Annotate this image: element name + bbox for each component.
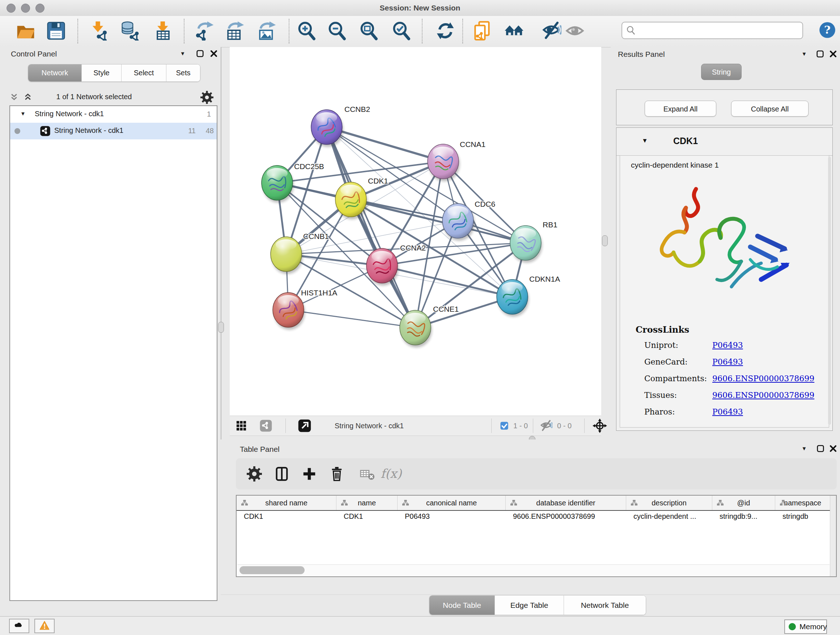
hidden-eye-icon[interactable]	[540, 420, 553, 432]
table-cell[interactable]: P06493	[398, 510, 506, 523]
expand-all-icon[interactable]	[22, 92, 33, 103]
import-table-icon[interactable]	[153, 21, 173, 41]
table-row[interactable]: CDK1CDK1P064939606.ENSP00000378699cyclin…	[237, 510, 830, 523]
network-node-CCNB2[interactable]	[311, 110, 343, 147]
zoom-fit-content-icon[interactable]	[359, 21, 378, 41]
search-input[interactable]	[639, 23, 800, 37]
right-splitter-grip[interactable]	[602, 235, 608, 246]
tab-string[interactable]: String	[701, 64, 742, 80]
import-network-icon[interactable]	[89, 21, 109, 41]
table-panel-close-icon[interactable]	[829, 444, 838, 453]
network-node-CCNA2[interactable]	[366, 249, 399, 286]
birds-eye-icon[interactable]	[592, 418, 607, 433]
column-header-name[interactable]: name	[336, 496, 398, 510]
results-entry-header[interactable]: ▼ CDK1	[616, 128, 832, 156]
show-all-icon[interactable]	[565, 21, 584, 41]
table-cell[interactable]: cyclin-dependent ...	[626, 510, 712, 523]
tree-expand-icon[interactable]: ▼	[20, 111, 26, 117]
table-cell[interactable]: CDK1	[237, 510, 336, 523]
network-view-icon[interactable]	[259, 419, 272, 432]
table-cell[interactable]: stringdb	[775, 510, 830, 523]
zoom-selected-icon[interactable]	[392, 21, 411, 41]
network-edge[interactable]	[327, 127, 443, 162]
column-header--id[interactable]: @id	[712, 496, 775, 510]
zoom-out-icon[interactable]	[327, 21, 347, 41]
tab-select[interactable]: Select	[122, 65, 166, 81]
save-session-icon[interactable]	[46, 21, 66, 41]
column-header-database-identifier[interactable]: database identifier	[506, 496, 626, 510]
export-image-icon[interactable]	[257, 21, 277, 41]
collapse-all-button[interactable]: Collapse All	[731, 101, 808, 117]
left-splitter-grip[interactable]	[218, 322, 224, 333]
column-header-canonical-name[interactable]: canonical name	[398, 496, 506, 510]
results-panel-menu-icon[interactable]: ▼	[799, 49, 809, 59]
gear-icon[interactable]	[201, 91, 213, 104]
refresh-view-icon[interactable]	[436, 21, 455, 41]
scrollbar-thumb[interactable]	[240, 566, 305, 574]
control-panel-menu-icon[interactable]: ▼	[178, 49, 187, 58]
table-cell[interactable]: CDK1	[336, 510, 398, 523]
collapse-all-icon[interactable]	[9, 92, 19, 103]
results-scrollbar[interactable]	[828, 157, 831, 424]
column-header-description[interactable]: description	[626, 496, 712, 510]
network-node-HIST1H1A[interactable]	[273, 293, 305, 330]
network-node-CCNB1[interactable]	[271, 237, 303, 274]
selected-checkbox-icon[interactable]	[500, 421, 509, 431]
crosslink-link[interactable]: 9606.ENSP00000378699	[712, 391, 814, 400]
crosslink-link[interactable]: P06493	[712, 407, 743, 416]
table-panel-float-icon[interactable]	[816, 444, 825, 453]
network-canvas[interactable]: CCNB2CCNA1CDC25BCDK1CDC6RB1CCNB1CCNA2CDK…	[230, 47, 601, 416]
hide-selected-icon[interactable]	[542, 21, 561, 41]
memory-button[interactable]: Memory	[784, 619, 827, 634]
add-column-icon[interactable]	[302, 466, 317, 481]
clone-network-icon[interactable]	[472, 21, 492, 41]
crosslink-link[interactable]: 9606.ENSP00000378699	[712, 374, 814, 383]
table-cell[interactable]: stringdb:9...	[712, 510, 775, 523]
table-panel-menu-icon[interactable]: ▼	[799, 444, 809, 453]
crosslink-link[interactable]: P06493	[712, 340, 743, 350]
warning-status-button[interactable]	[34, 619, 55, 633]
tab-network-table[interactable]: Network Table	[564, 595, 646, 615]
tab-sets[interactable]: Sets	[166, 65, 200, 81]
grid-view-icon[interactable]	[235, 420, 247, 432]
expand-all-button[interactable]: Expand All	[645, 101, 716, 117]
network-node-RB1[interactable]	[510, 226, 542, 263]
tab-network[interactable]: Network	[28, 65, 82, 81]
network-edge[interactable]	[288, 310, 415, 328]
crosslink-link[interactable]: P06493	[712, 357, 743, 366]
table-horizontal-scrollbar[interactable]	[237, 564, 829, 576]
results-panel-close-icon[interactable]	[829, 49, 838, 59]
table-vertical-scrollbar[interactable]	[830, 496, 836, 576]
tab-style[interactable]: Style	[82, 65, 122, 81]
control-panel-float-icon[interactable]	[195, 49, 205, 58]
tree-row-network[interactable]: String Network - cdk1 11 48	[10, 123, 217, 139]
tab-node-table[interactable]: Node Table	[429, 595, 495, 615]
network-edge[interactable]	[327, 127, 415, 328]
export-network-icon[interactable]	[195, 21, 215, 41]
network-node-CDK1[interactable]	[335, 182, 368, 219]
network-node-CDC25B[interactable]	[262, 165, 294, 203]
tree-row-collection[interactable]: ▼ String Network - cdk1 1	[10, 106, 217, 123]
results-panel-float-icon[interactable]	[815, 49, 825, 59]
network-node-CCNA1[interactable]	[428, 144, 460, 181]
cloud-status-button[interactable]	[9, 619, 29, 633]
import-database-icon[interactable]	[121, 21, 141, 41]
export-table-icon[interactable]	[226, 21, 245, 41]
help-icon[interactable]: ?	[819, 21, 836, 39]
network-node-CCNE1[interactable]	[400, 310, 432, 348]
detach-view-icon[interactable]	[298, 419, 311, 432]
tab-edge-table[interactable]: Edge Table	[495, 595, 564, 615]
first-neighbors-icon[interactable]	[504, 21, 524, 41]
control-panel-close-icon[interactable]	[209, 49, 218, 58]
table-cell[interactable]: 9606.ENSP00000378699	[506, 510, 626, 523]
column-header-shared-name[interactable]: shared name	[237, 496, 336, 510]
network-node-CDC6[interactable]	[442, 203, 475, 241]
network-node-CDKN1A[interactable]	[497, 279, 529, 317]
table-gear-icon[interactable]	[247, 466, 262, 481]
column-header-namespace[interactable]: namespace	[775, 496, 830, 510]
entry-collapse-icon[interactable]: ▼	[642, 137, 648, 144]
zoom-in-icon[interactable]	[297, 21, 316, 41]
delete-column-icon[interactable]	[329, 466, 344, 481]
open-session-icon[interactable]	[16, 21, 35, 41]
show-columns-icon[interactable]	[274, 466, 289, 481]
